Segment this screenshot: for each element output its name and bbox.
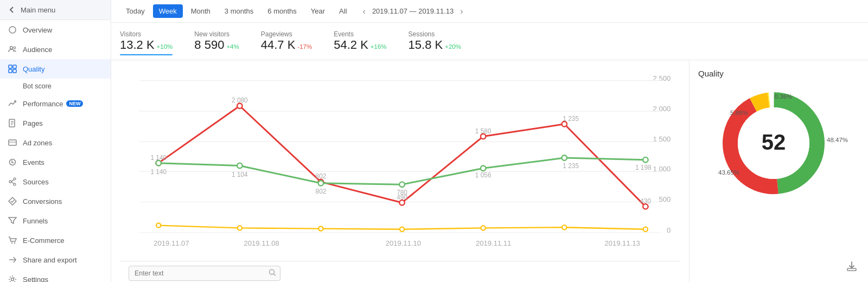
sidebar-item-overview[interactable]: Overview bbox=[0, 20, 111, 40]
sidebar-item-label: Ad zones bbox=[23, 139, 52, 147]
svg-rect-4 bbox=[13, 65, 16, 68]
sidebar-item-label: Settings bbox=[23, 275, 48, 283]
stat-change: +20% bbox=[445, 43, 461, 50]
share-icon bbox=[8, 255, 17, 265]
stat-change: +10% bbox=[157, 43, 173, 50]
chevron-left-icon bbox=[8, 5, 16, 14]
main-menu-item[interactable]: Main menu bbox=[0, 0, 111, 20]
sidebar-item-pages[interactable]: Pages bbox=[0, 113, 111, 133]
nav-week[interactable]: Week bbox=[153, 4, 183, 18]
stat-visitors: Visitors 13.2 K +10% bbox=[120, 30, 173, 55]
sources-icon bbox=[8, 177, 17, 187]
svg-text:2019.11.13: 2019.11.13 bbox=[604, 239, 640, 247]
svg-point-22 bbox=[11, 278, 14, 281]
search-icon bbox=[269, 268, 276, 276]
svg-text:1 056: 1 056 bbox=[475, 171, 492, 179]
stat-value: 13.2 K bbox=[120, 38, 155, 52]
stat-change: +4% bbox=[226, 43, 239, 50]
svg-point-58 bbox=[481, 166, 486, 171]
svg-point-2 bbox=[14, 47, 16, 49]
nav-6months[interactable]: 6 months bbox=[261, 4, 302, 18]
svg-text:1 198: 1 198 bbox=[635, 164, 652, 171]
date-navigation: ‹ 2019.11.07 — 2019.11.13 › bbox=[360, 5, 467, 17]
svg-text:2019.11.10: 2019.11.10 bbox=[386, 239, 421, 247]
svg-text:0.36%: 0.36% bbox=[774, 93, 792, 100]
svg-point-16 bbox=[9, 181, 11, 183]
nav-today[interactable]: Today bbox=[120, 4, 151, 18]
sidebar-item-performance[interactable]: Performance NEW bbox=[0, 94, 111, 113]
right-panel: Quality 52 bbox=[689, 60, 868, 282]
donut-chart-svg: 52 48.47% 43.65% 5.88% 0.36% bbox=[709, 84, 850, 203]
svg-text:2 000: 2 000 bbox=[653, 105, 671, 113]
sidebar-item-settings[interactable]: Settings bbox=[0, 270, 111, 282]
date-range-label: 2019.11.07 — 2019.11.13 bbox=[372, 7, 454, 15]
sidebar-item-audience[interactable]: Audience bbox=[0, 40, 111, 59]
svg-point-20 bbox=[11, 242, 12, 243]
svg-point-60 bbox=[643, 157, 648, 163]
sidebar-item-events[interactable]: Events bbox=[0, 152, 111, 172]
sidebar-item-conversions[interactable]: Conversions bbox=[0, 191, 111, 211]
nav-3months[interactable]: 3 months bbox=[219, 4, 259, 18]
svg-point-55 bbox=[237, 163, 242, 169]
sidebar-item-share-export[interactable]: Share and export bbox=[0, 250, 111, 270]
download-area bbox=[698, 259, 859, 273]
svg-point-70 bbox=[318, 227, 323, 231]
date-prev-button[interactable]: ‹ bbox=[360, 5, 369, 17]
search-input-wrap bbox=[129, 266, 280, 281]
stat-change: +16% bbox=[371, 43, 387, 50]
stat-value: 15.8 K bbox=[409, 38, 443, 52]
stat-label: New visitors bbox=[194, 30, 239, 38]
svg-text:1 580: 1 580 bbox=[475, 127, 492, 135]
top-nav: Today Week Month 3 months 6 months Year … bbox=[111, 0, 868, 23]
search-input[interactable] bbox=[129, 266, 280, 281]
sidebar-item-label: E-Commerce bbox=[23, 236, 65, 245]
sidebar-item-label: Overview bbox=[23, 26, 52, 34]
svg-point-54 bbox=[156, 161, 161, 166]
search-bar bbox=[120, 261, 680, 282]
svg-point-14 bbox=[14, 178, 16, 180]
nav-all[interactable]: All bbox=[333, 4, 353, 18]
sidebar-item-quality[interactable]: Quality bbox=[0, 59, 111, 79]
svg-text:1 000: 1 000 bbox=[653, 165, 671, 174]
svg-point-69 bbox=[238, 226, 242, 230]
events-icon bbox=[8, 157, 17, 167]
sidebar-item-label: Pages bbox=[23, 119, 43, 127]
download-icon bbox=[846, 261, 857, 272]
main-content: Today Week Month 3 months 6 months Year … bbox=[111, 0, 868, 282]
svg-point-75 bbox=[270, 270, 275, 274]
search-button[interactable] bbox=[269, 268, 276, 278]
stat-events: Events 54.2 K +16% bbox=[334, 30, 386, 55]
svg-point-13 bbox=[10, 159, 16, 165]
svg-text:2019.11.07: 2019.11.07 bbox=[154, 239, 189, 247]
performance-icon bbox=[8, 99, 17, 108]
sidebar-item-sources[interactable]: Sources bbox=[0, 172, 111, 191]
stat-new-visitors: New visitors 8 590 +4% bbox=[194, 30, 239, 55]
svg-rect-5 bbox=[9, 69, 12, 73]
svg-rect-11 bbox=[9, 140, 16, 145]
date-next-button[interactable]: › bbox=[457, 5, 466, 17]
svg-text:2019.11.11: 2019.11.11 bbox=[476, 239, 511, 247]
svg-line-76 bbox=[274, 274, 276, 276]
sidebar-item-label: Conversions bbox=[23, 197, 62, 206]
sidebar-item-ecommerce[interactable]: E-Commerce bbox=[0, 230, 111, 250]
sidebar-item-label: Quality bbox=[23, 65, 44, 73]
sidebar-item-label: Sources bbox=[23, 178, 49, 186]
funnels-icon bbox=[8, 216, 17, 226]
svg-point-73 bbox=[562, 225, 566, 229]
svg-line-17 bbox=[11, 180, 14, 182]
svg-line-18 bbox=[11, 182, 14, 184]
nav-month[interactable]: Month bbox=[185, 4, 216, 18]
stat-value: 54.2 K bbox=[334, 38, 368, 52]
sidebar-item-ad-zones[interactable]: Ad zones bbox=[0, 133, 111, 152]
nav-year[interactable]: Year bbox=[305, 4, 331, 18]
sidebar-item-label: Share and export bbox=[23, 256, 77, 264]
svg-text:500: 500 bbox=[659, 196, 671, 204]
pages-icon bbox=[8, 118, 17, 128]
stats-row: Visitors 13.2 K +10% New visitors 8 590 … bbox=[111, 23, 868, 60]
svg-point-56 bbox=[318, 181, 323, 186]
sidebar-item-bot-score[interactable]: Bot score bbox=[0, 79, 111, 94]
sidebar-item-funnels[interactable]: Funnels bbox=[0, 211, 111, 230]
download-button[interactable] bbox=[846, 261, 857, 273]
svg-text:802: 802 bbox=[316, 173, 327, 181]
svg-rect-3 bbox=[9, 65, 12, 68]
